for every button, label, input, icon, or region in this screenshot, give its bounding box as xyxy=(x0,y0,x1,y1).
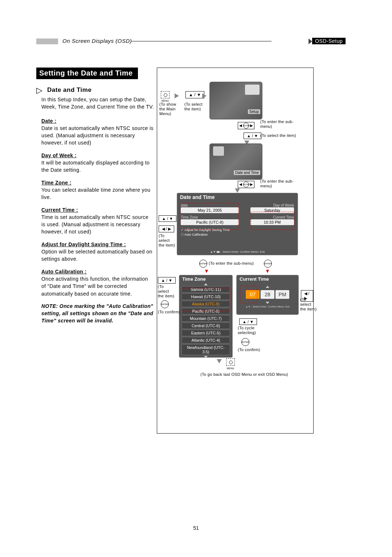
osd-dow-val: Saturday xyxy=(250,207,294,213)
osd-ct-val: 10:33 PM xyxy=(250,219,294,225)
updown-key-3: ▲ / ▼ xyxy=(159,215,176,222)
menu-button-icon-2 xyxy=(226,358,235,366)
tv-setup-thumbnail: Setup xyxy=(209,82,262,119)
ct-hour[interactable]: 07 xyxy=(246,290,260,299)
leftright-key-1: ◀ / ▶ xyxy=(159,225,174,232)
caption-select-3: (To select the item) xyxy=(159,233,177,248)
header-left: On Screen Displays (OSD) xyxy=(62,38,132,44)
subsection-title: Date and Time xyxy=(47,86,91,94)
header-tab xyxy=(36,38,58,44)
osd-title: Date and Time xyxy=(177,193,298,201)
red-arrow-1-icon xyxy=(205,270,208,273)
caption-enter-sub-1: (To enter the sub-menu) xyxy=(260,119,304,129)
red-arrow-2-icon xyxy=(266,270,269,273)
caption-enter-sub-3: (To enter the sub-menu) xyxy=(209,261,254,266)
header-right: OSD-Setup xyxy=(312,38,346,44)
osd-date-val: May 21, 2005 xyxy=(181,207,239,213)
menu-label-2: MENU xyxy=(226,367,235,370)
desc-ct: Time is set automatically when NTSC sour… xyxy=(41,214,154,236)
left-column: In this Setup Index, you can setup the D… xyxy=(41,96,154,325)
menu-button-icon xyxy=(161,91,170,98)
intro-text: In this Setup Index, you can setup the D… xyxy=(41,96,154,111)
caption-cycle: (To cycle selecting) xyxy=(238,326,263,335)
tz-item-6[interactable]: Eastern (UTC-5) xyxy=(181,330,230,336)
ct-min[interactable]: 28 xyxy=(261,290,274,299)
osd-ct-label: Current Time xyxy=(250,215,294,219)
caption-confirm-1: (To confirm) xyxy=(158,310,180,314)
tz-item-7[interactable]: Atlantic (UTC-4) xyxy=(181,337,230,343)
osd-tz-val: Pacific (UTC-8) xyxy=(181,219,239,225)
enter-btn-3: ENTER xyxy=(161,300,169,308)
label-dst: Adjust for Daylight Saving Time : xyxy=(41,241,154,248)
osd-dst: Adjust for Daylight Saving Time xyxy=(184,228,230,232)
caption-show-main: (To show the Main Menu) xyxy=(159,102,180,117)
chevron-right-icon: ▷ xyxy=(36,86,42,95)
ct-hint: ▲▼ : Select Enter: Confirm Menu: Exit xyxy=(237,305,298,309)
tz-title: Time Zone xyxy=(179,275,232,283)
leftright-enter-2: ◀ ENTER ▶ xyxy=(238,181,254,188)
label-date: Date : xyxy=(41,117,154,125)
tz-item-8[interactable]: Newfoundland (UTC-3.5) xyxy=(181,344,230,355)
updown-key-5: ▲ / ▼ xyxy=(239,318,257,325)
ct-ampm[interactable]: PM xyxy=(275,290,289,299)
arrow-right-2-icon xyxy=(202,93,207,98)
tz-item-4[interactable]: Mountain (UTC-7) xyxy=(181,315,230,322)
updown-key-1: ▲ / ▼ xyxy=(185,91,204,98)
arrow-right-1-icon xyxy=(175,93,179,98)
updown-key-2: ▲ / ▼ xyxy=(244,133,261,139)
tz-item-3[interactable]: Pacific (UTC-8) xyxy=(181,308,230,314)
caption-select-2: (To select the item) xyxy=(260,133,296,138)
leftright-enter-1: ◀ ENTER ▶ xyxy=(238,122,254,129)
caption-select-5: (To select the item) xyxy=(300,297,318,312)
osd-tz-label: Time Zone xyxy=(181,215,239,219)
tz-item-5[interactable]: Central (UTC-6) xyxy=(181,322,230,329)
osd-auto: Auto Calibration xyxy=(184,233,208,236)
desc-auto: Once activating this function, the infor… xyxy=(41,275,154,297)
desc-date: Date is set automatically when NTSC sour… xyxy=(41,125,154,147)
label-auto: Auto Calibration : xyxy=(41,268,154,275)
osd-datetime-panel: Date and Time date May 21, 2005 Time Zon… xyxy=(177,193,298,255)
ct-panel: Current Time 07 28 PM ▲▼ : Select Enter:… xyxy=(236,275,299,315)
tz-item-0[interactable]: Samoa (UTC-11) xyxy=(181,286,230,293)
osd-dow-label: Day of Week xyxy=(250,203,294,207)
tv-setup-tag: Setup xyxy=(248,109,260,114)
caption-go-back: (To go back last OSD Menu or exit OSD Me… xyxy=(190,372,299,377)
osd-date-label: date xyxy=(181,203,239,207)
enter-btn-2: ENTER xyxy=(264,260,272,268)
tv-datetime-tag: Date and Time xyxy=(234,170,260,175)
arrow-down-3-icon xyxy=(217,359,222,363)
tz-list-panel: Time Zone Samoa (UTC-11) Hawaii (UTC-10)… xyxy=(179,275,233,358)
caption-select-4: (To select the item) xyxy=(158,284,176,299)
desc-dst: Option will be selected automatically ba… xyxy=(41,248,154,263)
figure-panel: MENU (To show the Main Menu) ▲ / ▼ (To s… xyxy=(157,68,314,434)
ct-title: Current Time xyxy=(237,275,298,283)
enter-btn-1: ENTER xyxy=(199,260,207,268)
caption-enter-sub-2: (To enter the sub-menu) xyxy=(260,179,304,188)
header-rule xyxy=(131,41,271,41)
section-title: Setting the Date and Time xyxy=(36,68,138,79)
header-arrow-icon xyxy=(309,38,312,44)
menu-label: MENU xyxy=(161,99,170,102)
page-number: 51 xyxy=(0,525,392,531)
desc-dow: It will be automatically displayed accor… xyxy=(41,159,154,174)
tz-item-1[interactable]: Hawaii (UTC-10) xyxy=(181,293,230,300)
tz-tri-up-icon xyxy=(204,283,208,285)
osd-hint: ▲▼◀▶ : Select Enter: Confirm Menu: Exit xyxy=(177,250,298,253)
label-dow: Day of Week : xyxy=(41,152,154,159)
tv-datetime-thumbnail: Date and Time xyxy=(209,143,262,180)
caption-select-item-1: (To select the item) xyxy=(184,102,206,111)
caption-confirm-2: (To confirm) xyxy=(238,347,260,352)
desc-tz: You can select available time zone where… xyxy=(41,186,154,201)
enter-btn-4: ENTER xyxy=(241,338,249,346)
note-text: NOTE: Once marking the "Auto Calibration… xyxy=(41,302,154,325)
tz-item-2[interactable]: Alaska (UTC-9) xyxy=(181,301,230,307)
arrow-down-2-icon xyxy=(235,188,240,193)
updown-key-4: ▲ / ▼ xyxy=(158,277,176,284)
label-tz: Time Zone : xyxy=(41,179,154,186)
label-ct: Current Time : xyxy=(41,206,154,214)
tz-tri-dn-icon xyxy=(204,356,208,358)
